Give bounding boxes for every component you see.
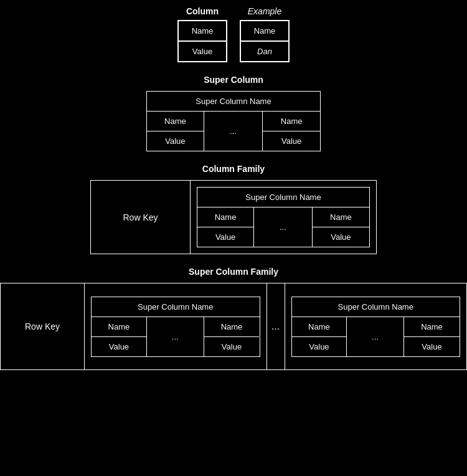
super-column-box: Super Column Name Name Value ... Name Va… (146, 91, 321, 151)
scf-value3: Value (292, 337, 347, 356)
sc-value-left: Value (147, 131, 204, 151)
cf-right: Name Value (313, 207, 369, 247)
scf-second-cols: Name Value ... Name Value (292, 317, 460, 356)
column-family-right: Super Column Name Name Value ... Name Va… (191, 181, 376, 254)
example-name-cell: Name (240, 21, 289, 41)
scf-col1-right: Name Value (204, 317, 260, 356)
column-name-cell: Name (178, 21, 227, 41)
scf-name1: Name (92, 317, 146, 337)
scf-value2: Value (204, 337, 260, 356)
cf-super-name: Super Column Name (197, 188, 369, 207)
scf-dots1: ... (147, 317, 204, 356)
scf-rowkey: Row Key (1, 283, 85, 369)
example-value-cell: Dan (240, 41, 289, 62)
super-col-left: Name Value (147, 112, 204, 151)
cf-super-inner: Name Value ... Name Value (197, 207, 369, 247)
scf-name2: Name (204, 317, 260, 337)
scf-second-block: Super Column Name Name Value ... Name Va… (285, 283, 467, 369)
column-title: Column (177, 6, 227, 16)
cf-mid-dots: ... (254, 207, 313, 247)
cf-name-left: Name (197, 207, 253, 227)
scf-name4: Name (404, 317, 460, 337)
cf-name-right: Name (313, 207, 369, 227)
column-value-cell: Value (178, 41, 227, 62)
super-column-section: Super Column Super Column Name Name Valu… (0, 75, 467, 151)
scf-mid-dots: ... (267, 283, 285, 369)
column-labels: Column Example (0, 6, 467, 16)
super-column-container: Super Column Name Name Value ... Name Va… (0, 91, 467, 151)
scf-super-name-2: Super Column Name (292, 297, 460, 317)
super-column-family-section: Super Column Family Row Key Super Column… (0, 267, 467, 370)
scf-value1: Value (92, 337, 146, 356)
column-name-value-box: Name Value (177, 20, 227, 62)
column-family-section: Column Family Row Key Super Column Name … (0, 164, 467, 254)
column-family-box: Row Key Super Column Name Name Value ...… (90, 180, 377, 254)
scf-col2-right: Name Value (404, 317, 460, 356)
scf-col2-left: Name Value (292, 317, 347, 356)
super-col-right: Name Value (263, 112, 320, 151)
column-boxes: Name Value Name Dan (0, 20, 467, 62)
scf-first-block: Super Column Name Name Value ... Name Va… (85, 283, 267, 369)
example-title: Example (240, 6, 290, 16)
scf-name3: Name (292, 317, 347, 337)
cf-left: Name Value (197, 207, 254, 247)
sc-value-right: Value (263, 131, 320, 151)
column-section: Column Example Name Value Name Dan (0, 6, 467, 62)
scf-first-cols: Name Value ... Name Value (92, 317, 260, 356)
scf-dots2: ... (347, 317, 404, 356)
super-column-inner: Name Value ... Name Value (147, 112, 320, 151)
super-column-family-title: Super Column Family (0, 267, 467, 277)
column-family-super-box: Super Column Name Name Value ... Name Va… (197, 187, 370, 247)
column-family-container: Row Key Super Column Name Name Value ...… (0, 180, 467, 254)
scf-outer-box: Row Key Super Column Name Name Value ...… (0, 283, 467, 370)
scf-super-name-1: Super Column Name (92, 297, 260, 317)
column-family-rowkey: Row Key (91, 181, 191, 254)
scf-first-super-box: Super Column Name Name Value ... Name Va… (91, 297, 260, 357)
sc-name-left: Name (147, 112, 204, 131)
example-name-value-box: Name Dan (240, 20, 290, 62)
super-col-mid: ... (204, 112, 263, 151)
column-family-title: Column Family (0, 164, 467, 174)
cf-value-right: Value (313, 227, 369, 247)
super-column-title: Super Column (0, 75, 467, 85)
cf-value-left: Value (197, 227, 253, 247)
scf-value4: Value (404, 337, 460, 356)
scf-second-super-box: Super Column Name Name Value ... Name Va… (291, 297, 461, 357)
super-column-name-row: Super Column Name (147, 92, 320, 112)
sc-name-right: Name (263, 112, 320, 131)
scf-col1-left: Name Value (92, 317, 147, 356)
